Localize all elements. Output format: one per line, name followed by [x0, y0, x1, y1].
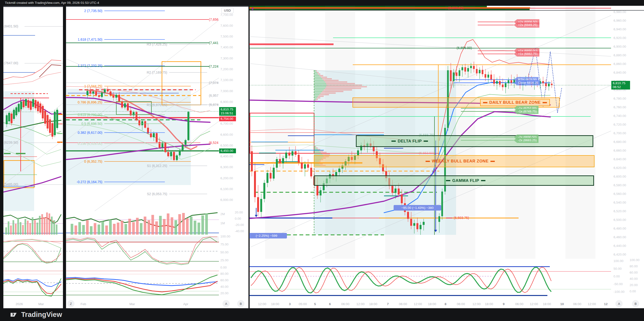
alert-price-tag: 6,450.00	[219, 148, 236, 153]
time-axis-label: 06:00	[573, 302, 581, 306]
indicator-scale-label: 40.00	[220, 285, 228, 288]
time-axis-label: 06:00	[399, 302, 407, 306]
panel-left[interactable]: (8401.50)(7647.00)(6239.50)(5485.00)2026…	[3, 6, 63, 308]
time-axis-label: 12	[604, 302, 608, 306]
level-tag: -1x (6749.75)	[514, 109, 538, 114]
price-scale-label: 6,960.00	[614, 19, 626, 22]
indicator-scale-label: 25.00	[220, 258, 228, 262]
scale-button-a[interactable]: A	[222, 300, 230, 307]
indicator-scale-label: 60.00	[630, 271, 638, 274]
indicator-scale-label: 100.00	[614, 259, 623, 263]
price-scale-label: 6,780.00	[614, 97, 626, 100]
fib-level-label: 1.272 (7,232.25)	[78, 64, 102, 67]
time-axis-label: 12:00	[258, 302, 266, 306]
time-axis-label: 06:00	[457, 302, 465, 306]
price-scale-label: 6,680.00	[614, 140, 626, 144]
price-scale-label: 6,980.00	[614, 10, 626, 14]
time-axis-label: 12:00	[414, 302, 422, 306]
edge-price-label: (7,224	[209, 65, 218, 68]
pivot-level-label: R2 (7,169.75)	[146, 71, 167, 74]
price-scale-label: 6,300.00	[220, 165, 233, 169]
price-level-label: (6,896.00)	[456, 46, 472, 50]
pivot-level-label: S2 (6,053.75)	[147, 192, 167, 196]
indicator-scale-label: 20.00	[630, 283, 638, 287]
tag-line: 6,810.75	[220, 108, 234, 111]
indicator-scale-label: 50.00	[614, 267, 622, 270]
fib-level-label: 0.382 (6,617.00)	[78, 131, 102, 134]
indicator-scale-label: -40.00	[235, 229, 244, 233]
indicator-scale-label: 40.00	[630, 277, 638, 281]
pivot-level-label: S1 (6,312.25)	[147, 164, 167, 168]
level-tag: Close 6816.25	[514, 80, 540, 85]
attribution-header: Tickmill created with TradingView.com, A…	[0, 0, 644, 6]
time-axis-label: 12:00	[530, 302, 538, 306]
time-axis-label: Apr	[183, 302, 188, 306]
price-level-label: (8401.50)	[4, 25, 18, 28]
zone-label-text: DELTA FLIP	[398, 139, 422, 144]
price-scale-label: 7,500.00	[220, 35, 233, 38]
price-scale-label: 6,580.00	[614, 183, 626, 187]
price-scale-label: 6,540.00	[614, 201, 626, 204]
tradingview-logo[interactable]: TradingView	[10, 311, 62, 318]
scale-button-b[interactable]: B	[237, 300, 244, 307]
left-chart-canvas[interactable]	[3, 6, 63, 308]
time-axis-label: 06:00	[341, 302, 350, 306]
price-scale-label: 6,860.00	[614, 62, 626, 66]
price-scale-label: 6,400.00	[220, 154, 233, 158]
tradingview-logo-icon	[10, 311, 19, 318]
panel-right[interactable]: DAILY BULL BEAR ZONEDELTA FLIPWEEKLY BUL…	[250, 6, 644, 308]
indicator-scale-label: 80.00	[630, 264, 638, 268]
indicator-scale-label: 60.00	[220, 278, 228, 282]
time-axis-label: 7	[387, 302, 389, 306]
price-scale-label: 6,100.00	[220, 187, 233, 191]
price-scale-label: 7,100.00	[220, 78, 233, 82]
edge-price-label: (7,441	[209, 41, 218, 45]
scale-button-a[interactable]: A	[616, 300, 622, 307]
last-price-tag: 6,810.7506:52	[611, 81, 630, 89]
scale-button-b[interactable]: B	[632, 300, 639, 307]
indicator-scale-label: -50.00	[614, 282, 622, 286]
price-scale-label: 6,620.00	[614, 166, 626, 170]
time-axis-label: 05:00	[299, 302, 307, 306]
time-axis-label: Mar	[38, 302, 44, 306]
price-scale-label: 6,200.00	[220, 176, 233, 180]
price-scale-label: 6,640.00	[614, 157, 626, 161]
time-axis-label: 9	[503, 302, 505, 306]
price-scale-label: 6,840.00	[614, 71, 626, 74]
indicator-scale-label: 100.00	[630, 258, 640, 262]
edge-price-label: (7,656	[209, 18, 218, 21]
fib-level-label: 0.236 (6,516.00)	[78, 142, 102, 145]
currency-button[interactable]: USD	[221, 8, 234, 13]
measurement-tag: (−2.25%) −599	[250, 233, 287, 238]
indicator-scale-label: 20.00	[220, 291, 228, 295]
panel-middle[interactable]: 2 (7,735.50)1.618 (7,471.50)1.272 (7,232…	[66, 6, 248, 308]
price-scale-label: 6,000.00	[220, 198, 233, 202]
scale-button-z[interactable]: Z	[67, 300, 74, 307]
time-axis-label: 10	[560, 302, 564, 306]
time-axis-label: Feb	[80, 302, 86, 306]
time-axis-label: 18:00	[369, 302, 377, 306]
indicator-scale-label: 0.00	[235, 217, 241, 220]
tradingview-workspace: Tickmill created with TradingView.com, A…	[0, 0, 644, 321]
time-axis-label: 18:00	[271, 302, 279, 306]
price-scale-label: 6,940.00	[614, 28, 626, 31]
fib-level-label: 2 (7,735.50)	[84, 9, 102, 13]
edge-price-label: (6,957	[209, 94, 218, 97]
edge-price-label: (6,874	[209, 103, 218, 106]
time-axis-label: 12:00	[356, 302, 364, 306]
price-scale-label: 7,000.00	[220, 89, 233, 93]
price-level-label: (6,653.50)	[419, 151, 434, 155]
price-level-label: (5485.00)	[4, 183, 18, 186]
price-scale-label: 6,900.00	[220, 100, 233, 104]
measurement-tag: −95.00 (−1.43%) −380	[394, 205, 441, 211]
fib-level-label: -0.272 (6,164.75)	[77, 180, 102, 184]
time-axis-label: 3	[289, 302, 291, 306]
price-scale-label: 6,420.00	[614, 253, 626, 256]
price-scale-label: 6,900.00	[614, 45, 626, 48]
time-axis-label: 6	[329, 302, 331, 306]
price-scale-label: 7,200.00	[220, 67, 233, 71]
indicator-scale-label: 0.00	[220, 266, 226, 269]
alert-price-tag: 6,754.00	[219, 116, 236, 121]
price-scale-label: 6,720.00	[614, 123, 626, 126]
indicator-scale-label: 0.00	[630, 289, 636, 293]
